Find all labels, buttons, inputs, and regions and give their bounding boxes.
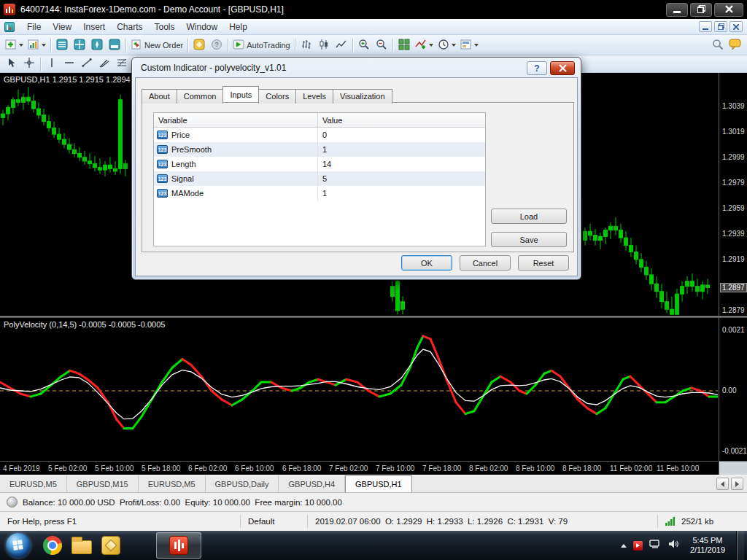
table-row[interactable]: 123Signal 5 xyxy=(154,171,485,186)
indicator-axis-label: 0.00 xyxy=(722,386,736,394)
tab-scroll-left-button[interactable] xyxy=(716,478,729,490)
param-value[interactable]: 1 xyxy=(318,189,327,198)
chart-tab[interactable]: GBPUSD,M15 xyxy=(67,475,139,492)
search-button[interactable] xyxy=(709,37,727,53)
minimize-button[interactable] xyxy=(666,3,688,17)
tray-expand-icon[interactable] xyxy=(621,544,627,548)
menu-tools[interactable]: Tools xyxy=(149,20,181,34)
taskbar-chrome-icon[interactable] xyxy=(39,532,66,559)
horizontal-line-icon xyxy=(64,58,74,71)
horizontal-line-tool-button[interactable] xyxy=(61,56,78,72)
chart-tab[interactable]: GBPUSD,Daily xyxy=(206,475,279,492)
new-order-button[interactable]: New Order xyxy=(128,37,185,53)
menu-insert[interactable]: Insert xyxy=(77,20,111,34)
tab-levels[interactable]: Levels xyxy=(295,89,333,104)
line-chart-mode-button[interactable] xyxy=(333,37,350,53)
table-row[interactable]: 123MAMode 1 xyxy=(154,186,485,201)
network-icon[interactable] xyxy=(649,539,661,552)
indicator-panel[interactable]: PolyVelocity (0,14,5) -0.0005 -0.0005 -0… xyxy=(0,318,718,461)
trendline-tool-button[interactable] xyxy=(78,56,96,72)
cancel-button[interactable]: Cancel xyxy=(460,255,511,271)
chat-button[interactable] xyxy=(727,37,744,53)
periods-button[interactable] xyxy=(436,37,458,53)
terminal-button[interactable] xyxy=(106,37,123,53)
cursor-tool-button[interactable] xyxy=(3,56,20,72)
tab-common[interactable]: Common xyxy=(177,89,224,104)
indicators-button[interactable] xyxy=(413,37,436,53)
chart-tab[interactable]: GBPUSD,H4 xyxy=(279,475,345,492)
menu-view[interactable]: View xyxy=(47,20,77,34)
market-watch-button[interactable] xyxy=(53,37,71,53)
menu-help[interactable]: Help xyxy=(223,20,253,34)
chart-tab[interactable]: EURUSD,M5 xyxy=(0,475,67,492)
ok-button[interactable]: OK xyxy=(401,255,452,271)
tile-windows-button[interactable] xyxy=(395,37,413,53)
save-button[interactable]: Save xyxy=(491,232,567,247)
mdi-minimize-button[interactable] xyxy=(699,21,712,32)
tab-about[interactable]: About xyxy=(142,89,177,104)
taskbar-mt4-active-button[interactable] xyxy=(156,532,201,559)
price-scale[interactable]: 1.30391.30191.29991.29791.29591.29391.29… xyxy=(719,73,747,316)
load-button[interactable]: Load xyxy=(491,209,567,224)
param-value[interactable]: 14 xyxy=(318,160,331,168)
tray-mt4-icon[interactable] xyxy=(633,541,643,551)
param-value[interactable]: 0 xyxy=(318,131,327,139)
metaeditor-button[interactable] xyxy=(190,37,208,53)
status-bar: For Help, press F1 Default 2019.02.07 06… xyxy=(0,511,747,531)
window-title: 64007144: InstaForex-1Demo.com - Demo Ac… xyxy=(20,4,284,15)
candlestick-mode-button[interactable] xyxy=(315,37,333,53)
start-button[interactable] xyxy=(6,533,31,558)
templates-button[interactable] xyxy=(458,37,481,53)
tab-visualization[interactable]: Visualization xyxy=(333,89,392,104)
taskbar-explorer-icon[interactable] xyxy=(69,532,95,559)
tab-colors[interactable]: Colors xyxy=(258,89,296,104)
data-window-button[interactable] xyxy=(71,37,88,53)
param-name: Length xyxy=(171,160,196,168)
bar-chart-mode-button[interactable] xyxy=(298,37,315,53)
speaker-icon[interactable] xyxy=(667,539,679,552)
channel-tool-button[interactable] xyxy=(96,56,113,72)
taskbar-metaeditor-icon[interactable] xyxy=(98,532,124,559)
dialog-help-button[interactable]: ? xyxy=(527,61,547,75)
param-value[interactable]: 1 xyxy=(318,145,327,154)
dialog-close-button[interactable] xyxy=(550,61,575,75)
indicator-scale[interactable]: 0.00210.00-0.0021 xyxy=(719,318,747,461)
community-button[interactable]: ? xyxy=(208,37,225,53)
navigator-button[interactable] xyxy=(88,37,106,53)
chart-tab[interactable]: EURUSD,M5 xyxy=(139,475,206,492)
menu-file[interactable]: File xyxy=(21,20,47,34)
crosshair-tool-button[interactable] xyxy=(20,56,38,72)
menu-charts[interactable]: Charts xyxy=(111,20,148,34)
menu-window[interactable]: Window xyxy=(181,20,224,34)
column-header-variable[interactable]: Variable xyxy=(154,113,318,127)
status-profile[interactable]: Default xyxy=(241,515,308,528)
chart-info-line: GBPUSD,H1 1.2915 1.2915 1.2894 1. xyxy=(4,75,139,84)
mdi-close-button[interactable] xyxy=(729,21,743,32)
restore-button[interactable] xyxy=(690,3,712,17)
vertical-line-tool-button[interactable] xyxy=(43,56,61,72)
time-label: 6 Feb 02:00 xyxy=(188,464,227,472)
new-chart-button[interactable] xyxy=(3,37,26,53)
fibonacci-tool-button[interactable] xyxy=(113,56,131,72)
column-header-value[interactable]: Value xyxy=(318,113,485,127)
show-desktop-button[interactable] xyxy=(736,531,744,560)
search-icon xyxy=(712,39,724,52)
chart-tab-active[interactable]: GBPUSD,H1 xyxy=(345,475,412,492)
mdi-restore-button[interactable] xyxy=(714,21,727,32)
profiles-button[interactable] xyxy=(26,37,48,53)
tab-scroll-right-button[interactable] xyxy=(731,478,743,490)
custom-indicator-dialog: Custom Indicator - polyvelocity_v1.01 ? … xyxy=(131,57,581,280)
time-label: 5 Feb 02:00 xyxy=(48,464,87,472)
zoom-out-button[interactable] xyxy=(373,37,390,53)
autotrading-button[interactable]: AutoTrading xyxy=(231,37,293,53)
zoom-in-button[interactable] xyxy=(355,37,373,53)
time-axis[interactable]: 4 Feb 2019 5 Feb 02:00 5 Feb 10:00 5 Feb… xyxy=(0,461,718,475)
param-value[interactable]: 5 xyxy=(318,174,327,183)
table-row[interactable]: 123Length 14 xyxy=(154,157,485,171)
close-button[interactable] xyxy=(714,3,743,17)
taskbar-clock[interactable]: 5:45 PM 2/11/2019 xyxy=(686,536,729,555)
reset-button[interactable]: Reset xyxy=(518,255,569,271)
table-row[interactable]: 123Price 0 xyxy=(154,128,485,142)
table-row[interactable]: 123PreSmooth 1 xyxy=(154,142,485,157)
tab-inputs[interactable]: Inputs xyxy=(222,86,259,102)
